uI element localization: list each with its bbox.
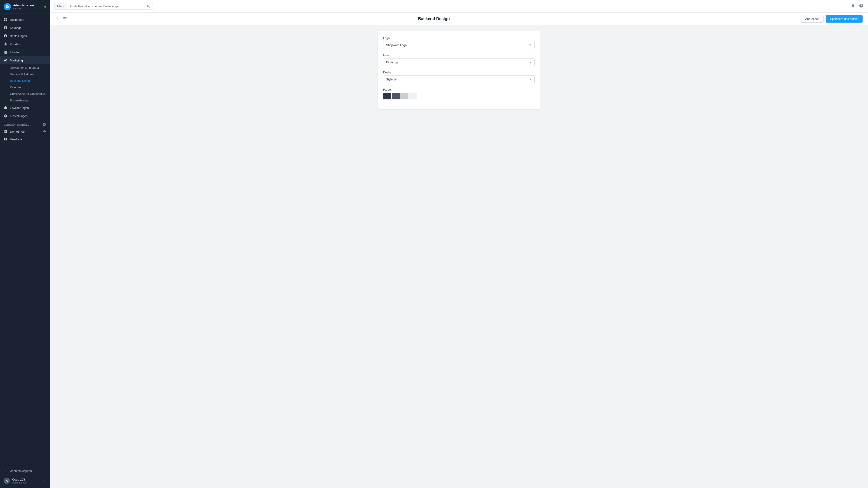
color-swatch-2[interactable] [392, 93, 400, 99]
headless-icon [4, 137, 8, 141]
main-area: Alle Backend Design Abbrechen [50, 0, 868, 488]
cancel-button[interactable]: Abbrechen [801, 15, 824, 23]
einstellungen-icon [4, 114, 8, 118]
page-header: Backend Design Abbrechen Speichern und s… [50, 13, 868, 25]
search-button[interactable] [144, 3, 153, 9]
user-name: Code 108 [12, 478, 27, 481]
design-label: Design [383, 71, 535, 74]
user-profile[interactable]: A Code 108 Administrator [0, 475, 50, 486]
menu-icon[interactable] [63, 16, 67, 22]
sidebar-item-kunden[interactable]: Kunden [0, 40, 50, 48]
sidebar-item-inhalte[interactable]: Inhalte [0, 48, 50, 56]
erweiterungen-icon [4, 106, 8, 110]
sidebar-item-rabatte[interactable]: Rabatte & Aktionen [0, 71, 50, 77]
search-filter-dropdown[interactable]: Alle [55, 3, 67, 9]
app-name: Administration [13, 4, 34, 7]
back-button[interactable] [55, 17, 59, 22]
sidebar-item-kalender[interactable]: Kalender [0, 84, 50, 91]
logo-group: Logo Shopware Logo [383, 36, 535, 49]
user-role: Administrator [12, 481, 27, 484]
icon-select[interactable]: Einfarbig [383, 58, 535, 66]
sidebar-item-erweiterungen[interactable]: Erweiterungen [0, 104, 50, 112]
logo-select[interactable]: Shopware Logo [383, 41, 535, 49]
sidebar-item-gutscheine[interactable]: Gutscheine für Gratisartikel [0, 91, 50, 97]
form-card: Logo Shopware Logo Icon Einfarbig Design [377, 31, 540, 109]
sidebar-item-label: Kunden [10, 42, 20, 46]
page-content: Logo Shopware Logo Icon Einfarbig Design [50, 25, 868, 488]
notifications-icon[interactable] [851, 3, 855, 9]
verkaufskanaele-section: Verkaufskanäle [0, 120, 50, 128]
sidebar-item-produktberater[interactable]: Produktberater [0, 97, 50, 104]
sidebar-bottom: Menü einklappen A Code 108 Administrator [0, 465, 50, 488]
sidebar-item-backend-design[interactable]: Backend Design [0, 77, 50, 84]
status-indicator [44, 6, 46, 8]
search-input[interactable] [67, 3, 144, 9]
sidebar-item-label: Kataloge [10, 26, 22, 30]
sidebar-item-einstellungen[interactable]: Einstellungen [0, 112, 50, 120]
topbar: Alle [50, 0, 868, 13]
main-nav: Dashboard Kataloge Bestellungen Kunden [0, 14, 50, 465]
design-group: Design Style 14 [383, 71, 535, 84]
sidebar-item-dashboard[interactable]: Dashboard [0, 15, 50, 24]
farben-label: Farben [383, 88, 535, 91]
search-filter-container: Alle [54, 3, 153, 10]
color-swatch-4[interactable] [409, 93, 417, 99]
color-swatches [383, 93, 535, 99]
app-version: 6.6.4.0 [13, 7, 34, 10]
sidebar-item-label: Inhalte [10, 51, 19, 54]
sidebar-header: Administration 6.6.4.0 [0, 0, 50, 14]
sidebar-item-label: Einstellungen [10, 114, 28, 118]
sidebar: Administration 6.6.4.0 Dashboard Katalog… [0, 0, 50, 488]
sidebar-item-bestellungen[interactable]: Bestellungen [0, 32, 50, 40]
color-swatch-3[interactable] [400, 93, 408, 99]
user-chevron-icon [43, 479, 46, 483]
icon-group: Icon Einfarbig [383, 54, 535, 66]
sidebar-item-label: Dashboard [10, 18, 24, 22]
form-container: Logo Shopware Logo Icon Einfarbig Design [50, 25, 868, 115]
sidebar-item-marketing[interactable]: Marketing [0, 56, 50, 64]
sidebar-item-label: Erweiterungen [10, 106, 29, 109]
sidebar-item-headless[interactable]: Headless [0, 135, 50, 143]
app-logo [4, 3, 11, 10]
bestellungen-icon [4, 34, 8, 38]
farben-group: Farben [383, 88, 535, 99]
icon-label: Icon [383, 54, 535, 57]
collapse-icon [4, 469, 7, 473]
sidebar-item-demoshop[interactable]: DemoShop [0, 128, 50, 135]
topbar-actions [851, 3, 864, 9]
kunden-icon [4, 42, 8, 46]
inhalte-icon [4, 50, 8, 54]
collapse-menu-button[interactable]: Menü einklappen [0, 467, 50, 475]
demoshop-preview-icon[interactable] [43, 130, 46, 133]
marketing-icon [4, 58, 8, 62]
save-button[interactable]: Speichern und setzen [826, 15, 863, 23]
design-select[interactable]: Style 14 [383, 75, 535, 84]
sidebar-item-newsletter[interactable]: Newsletter-Empfänger [0, 64, 50, 71]
dashboard-icon [4, 18, 8, 22]
page-title: Backend Design [70, 17, 797, 21]
avatar: A [4, 478, 10, 484]
logo-label: Logo [383, 36, 535, 40]
color-swatch-1[interactable] [383, 93, 391, 99]
kataloge-icon [4, 26, 8, 30]
sidebar-item-label: Marketing [10, 59, 23, 62]
sidebar-item-kataloge[interactable]: Kataloge [0, 24, 50, 32]
add-channel-icon[interactable] [42, 123, 46, 127]
page-header-actions: Abbrechen Speichern und setzen [801, 15, 863, 23]
sidebar-item-label: Bestellungen [10, 34, 27, 38]
help-icon[interactable] [859, 3, 864, 9]
demoshop-icon [4, 129, 8, 133]
